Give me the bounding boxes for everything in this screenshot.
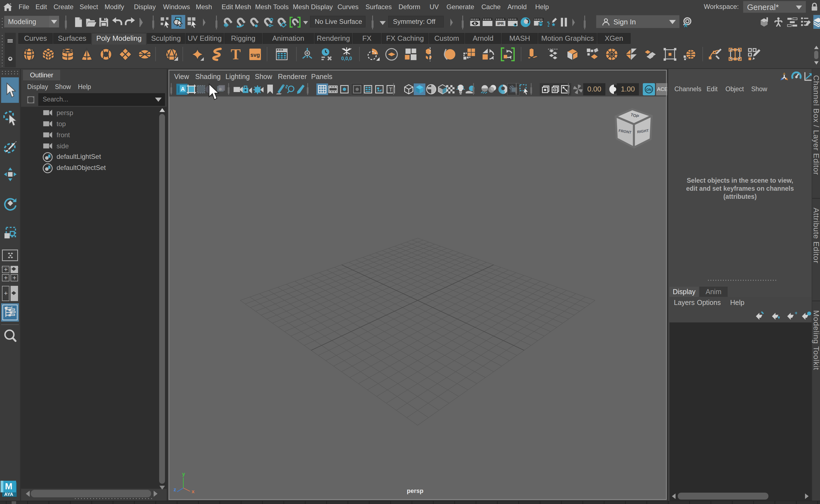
svg-text:+: + bbox=[795, 311, 797, 316]
svg-text:0,0,0: 0,0,0 bbox=[341, 56, 352, 61]
svg-text:X: X bbox=[684, 22, 688, 28]
svg-text:IPR: IPR bbox=[497, 21, 504, 26]
svg-text:svg: svg bbox=[250, 52, 260, 58]
svg-text:T: T bbox=[231, 47, 241, 61]
